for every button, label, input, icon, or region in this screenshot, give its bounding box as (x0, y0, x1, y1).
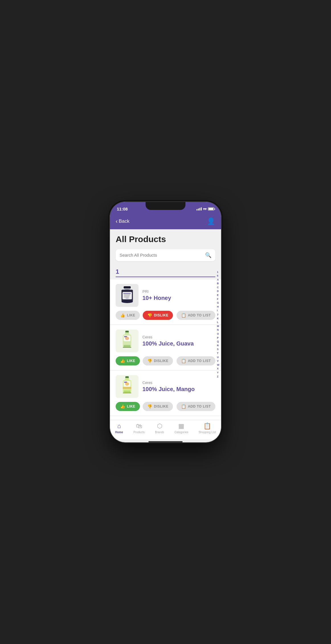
product-top-3: Ceres 100% Juice, Mango (116, 375, 215, 398)
alpha-6[interactable]: 6 (217, 274, 220, 278)
like-label-2: LIKE (127, 359, 135, 363)
add-to-list-label-3: ADD TO LIST (188, 404, 211, 408)
svg-rect-0 (124, 286, 131, 289)
thumbs-down-icon: 👎 (147, 313, 152, 318)
svg-rect-7 (124, 296, 130, 296)
like-button-2[interactable]: 👍 LIKE (116, 356, 140, 365)
dislike-button-2[interactable]: 👎 DISLIKE (143, 356, 173, 365)
battery-icon (208, 207, 214, 210)
product-card-3: Ceres 100% Juice, Mango 👍 LIKE 👎 DISLIKE… (110, 371, 221, 416)
alpha-L[interactable]: L (217, 320, 220, 324)
alpha-B[interactable]: B (217, 282, 220, 285)
wifi-icon: ▾▾ (203, 207, 207, 211)
alpha-V[interactable]: V (217, 359, 220, 363)
dislike-button-3[interactable]: 👎 DISLIKE (143, 402, 173, 411)
alpha-P[interactable]: P (217, 336, 220, 340)
alpha-I[interactable]: I (217, 309, 220, 312)
alpha-Q[interactable]: Q (217, 340, 220, 344)
search-input[interactable] (120, 253, 205, 257)
alpha-A[interactable]: A (217, 278, 220, 282)
back-chevron-icon: ‹ (116, 218, 118, 224)
product-card-2: Ceres 100% Juice, Guava 👍 LIKE 👎 DISLIKE… (110, 325, 221, 370)
alpha-X[interactable]: X (217, 367, 220, 371)
main-content: All Products 🔍 1 (110, 229, 221, 420)
thumbs-down-icon-2: 👎 (147, 359, 152, 363)
time: 11:08 (117, 207, 128, 211)
product-actions-2: 👍 LIKE 👎 DISLIKE 📋 ADD TO LIST (116, 356, 215, 365)
svg-rect-16 (124, 345, 130, 347)
product-top-2: Ceres 100% Juice, Guava (116, 330, 215, 352)
dislike-label: DISLIKE (154, 313, 168, 317)
alpha-T[interactable]: T (217, 351, 220, 355)
section-divider (116, 277, 215, 277)
list-icon-2: 📋 (181, 359, 186, 363)
honey-jar-svg (119, 286, 135, 305)
nav-item-home[interactable]: ⌂ Home (115, 422, 123, 434)
nav-item-brands[interactable]: ⬡ Brands (155, 422, 164, 434)
brands-icon: ⬡ (157, 422, 162, 430)
home-nav-label: Home (115, 431, 123, 434)
like-label-3: LIKE (127, 404, 135, 408)
alpha-G[interactable]: G (217, 301, 220, 305)
svg-rect-26 (123, 387, 131, 389)
search-icon[interactable]: 🔍 (205, 252, 211, 258)
nav-item-categories[interactable]: ▦ Categories (174, 422, 188, 434)
alpha-J[interactable]: J (217, 313, 220, 316)
alpha-F[interactable]: F (217, 297, 220, 301)
page-title: All Products (116, 234, 215, 244)
alpha-K[interactable]: K (217, 317, 220, 320)
alpha-U[interactable]: U (217, 355, 220, 359)
add-to-list-button-3[interactable]: 📋 ADD TO LIST (177, 402, 215, 411)
product-image-2 (116, 330, 138, 352)
alpha-O[interactable]: O (217, 332, 220, 336)
alpha-M[interactable]: M (217, 324, 220, 328)
back-label: Back (119, 218, 130, 224)
alpha-Y[interactable]: Y (217, 371, 220, 375)
nav-item-products[interactable]: 🛍 Products (133, 422, 144, 434)
alpha-H[interactable]: H (217, 305, 220, 309)
section-header: 1 (110, 266, 221, 277)
juice-bottle-mango-svg (121, 376, 133, 397)
product-image-3 (116, 375, 138, 398)
add-to-list-button-2[interactable]: 📋 ADD TO LIST (177, 356, 215, 365)
brands-nav-label: Brands (155, 431, 164, 434)
product-name-3: 100% Juice, Mango (142, 386, 215, 392)
thumbs-down-icon-3: 👎 (147, 404, 152, 409)
alpha-S[interactable]: S (217, 347, 220, 351)
home-indicator (148, 441, 183, 442)
categories-nav-label: Categories (174, 431, 188, 434)
profile-icon[interactable]: 👤 (207, 217, 215, 225)
nav-item-shopping[interactable]: 📋 Shopping List (199, 422, 216, 434)
product-top-1: PRI 10+ Honey (116, 284, 215, 307)
categories-icon: ▦ (178, 422, 184, 430)
products-nav-label: Products (133, 431, 144, 434)
alpha-D[interactable]: D (217, 289, 220, 293)
like-button-1[interactable]: 👍 LIKE (116, 311, 140, 320)
dislike-button-1[interactable]: 👎 DISLIKE (143, 311, 173, 320)
svg-rect-17 (123, 347, 131, 348)
svg-rect-10 (125, 331, 129, 333)
product-info-2: Ceres 100% Juice, Guava (142, 335, 215, 347)
alpha-Z[interactable]: Z (217, 375, 220, 379)
back-button[interactable]: ‹ Back (116, 218, 129, 224)
search-bar[interactable]: 🔍 (116, 249, 215, 261)
alpha-N[interactable]: N (217, 328, 220, 332)
alpha-E[interactable]: E (217, 293, 220, 297)
alpha-1[interactable]: 1 (217, 270, 220, 274)
dislike-label-2: DISLIKE (154, 359, 168, 363)
add-to-list-label: ADD TO LIST (188, 313, 211, 317)
page-title-section: All Products (110, 229, 221, 247)
thumbs-up-icon-3: 👍 (120, 404, 125, 409)
svg-rect-24 (124, 391, 130, 393)
like-button-3[interactable]: 👍 LIKE (116, 402, 140, 411)
product-card-1: PRI 10+ Honey 👍 LIKE 👎 DISLIKE 📋 (110, 279, 221, 324)
svg-point-9 (125, 298, 129, 299)
alpha-R[interactable]: R (217, 344, 220, 347)
add-to-list-button-1[interactable]: 📋 ADD TO LIST (177, 311, 215, 320)
product-info-3: Ceres 100% Juice, Mango (142, 381, 215, 392)
alpha-W[interactable]: W (217, 363, 220, 367)
alpha-C[interactable]: C (217, 286, 220, 289)
product-info-1: PRI 10+ Honey (142, 289, 215, 301)
svg-point-23 (125, 382, 129, 386)
list-icon-3: 📋 (181, 404, 186, 409)
